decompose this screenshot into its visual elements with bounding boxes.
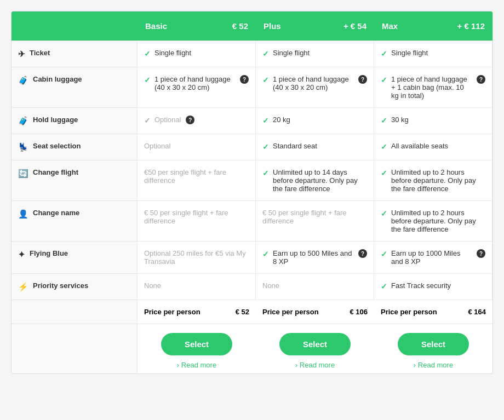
basic-name: Basic: [145, 21, 167, 31]
ticket-label: Ticket: [30, 49, 50, 57]
cabin-plus-info[interactable]: ?: [358, 75, 367, 84]
cabin-luggage-max-value: ✓ 1 piece of hand luggage + 1 cabin bag …: [374, 67, 492, 107]
price-max-amount: € 164: [468, 308, 486, 316]
read-more-max-link[interactable]: Read more: [381, 361, 486, 369]
seat-selection-max-value: ✓ All available seats: [374, 134, 492, 160]
select-max-button[interactable]: Select: [398, 333, 469, 355]
change-flight-plus-check: ✓: [262, 169, 269, 177]
ticket-icon: ✈: [18, 49, 25, 59]
select-plus-button[interactable]: Select: [279, 333, 351, 355]
row-change-flight-label: 🔄 Change flight: [12, 160, 138, 200]
change-flight-label: Change flight: [33, 168, 78, 176]
flying-blue-max-info[interactable]: ?: [477, 249, 485, 258]
hold-luggage-icon: 🧳: [18, 116, 28, 126]
price-max-label: Price per person: [381, 308, 437, 316]
ticket-basic-check: ✓: [144, 49, 151, 58]
change-name-max-text: Unlimited up to 2 hours before departure…: [391, 209, 485, 233]
priority-services-label: Priority services: [33, 281, 88, 290]
change-flight-max-text: Unlimited up to 2 hours before departure…: [391, 168, 485, 193]
ticket-basic-value: ✓ Single flight: [138, 41, 256, 67]
change-name-plus-value: € 50 per single flight + fare difference: [256, 200, 374, 241]
cabin-basic-info[interactable]: ?: [240, 75, 249, 84]
change-name-basic-value: € 50 per single flight + fare difference: [138, 200, 256, 241]
read-more-basic-link[interactable]: Read more: [144, 361, 249, 369]
seat-plus-text: Standard seat: [273, 142, 317, 150]
header-max: Max + € 112: [374, 11, 492, 41]
priority-services-plus-value: None: [256, 273, 374, 300]
change-flight-basic-text: €50 per single flight + fare difference: [144, 168, 226, 185]
seat-selection-icon: 💺: [18, 142, 28, 152]
price-label-col: [12, 300, 138, 324]
price-plus-cell: Price per person € 106: [256, 300, 374, 324]
change-flight-icon: 🔄: [18, 169, 28, 179]
ticket-max-value: ✓ Single flight: [374, 41, 492, 67]
seat-basic-text: Optional: [144, 142, 170, 150]
flying-blue-label: Flying Blue: [30, 249, 68, 257]
flying-blue-plus-check: ✓: [262, 250, 269, 258]
priority-basic-text: None: [144, 281, 161, 290]
change-flight-plus-value: ✓ Unlimited up to 14 days before departu…: [256, 160, 374, 200]
flying-blue-plus-text: Earn up to 500 Miles and 8 XP: [273, 249, 353, 266]
seat-selection-label: Seat selection: [33, 142, 81, 150]
hold-max-text: 30 kg: [391, 116, 409, 124]
hold-basic-check: ✓: [144, 116, 151, 125]
change-name-label: Change name: [33, 209, 79, 217]
cabin-max-check: ✓: [381, 76, 387, 84]
change-flight-max-value: ✓ Unlimited up to 2 hours before departu…: [374, 160, 492, 200]
cabin-luggage-basic-value: ✓ 1 piece of hand luggage (40 x 30 x 20 …: [138, 67, 256, 107]
max-name: Max: [382, 21, 398, 31]
cabin-basic-text: 1 piece of hand luggage (40 x 30 x 20 cm…: [154, 75, 235, 91]
priority-services-icon: ⚡: [18, 282, 28, 292]
change-name-plus-text: € 50 per single flight + fare difference: [262, 209, 347, 225]
hold-basic-text: Optional: [154, 116, 181, 124]
flying-blue-plus-info[interactable]: ?: [358, 249, 367, 258]
price-basic-label: Price per person: [144, 308, 201, 316]
flying-blue-max-check: ✓: [381, 250, 387, 258]
seat-max-check: ✓: [381, 142, 387, 151]
select-max-cell: Select Read more: [374, 324, 492, 373]
select-basic-cell: Select Read more: [138, 324, 256, 373]
table-grid: Basic € 52 Plus + € 54 Max + € 112 ✈ Tic…: [12, 11, 492, 373]
header-label-col: [12, 11, 138, 41]
seat-max-text: All available seats: [391, 142, 448, 150]
change-flight-max-check: ✓: [381, 169, 387, 177]
select-basic-button[interactable]: Select: [161, 333, 232, 355]
ticket-plus-text: Single flight: [273, 49, 310, 57]
ticket-max-text: Single flight: [391, 49, 428, 57]
change-flight-basic-value: €50 per single flight + fare difference: [138, 160, 256, 200]
hold-plus-check: ✓: [262, 116, 269, 125]
cabin-luggage-icon: 🧳: [18, 76, 28, 85]
flying-blue-basic-text: Optional 250 miles for €5 via My Transav…: [144, 249, 246, 266]
hold-luggage-basic-value: ✓ Optional ?: [138, 107, 256, 134]
cabin-max-text: 1 piece of hand luggage + 1 cabin bag (m…: [391, 75, 472, 100]
change-name-basic-text: € 50 per single flight + fare difference: [144, 209, 228, 225]
price-max-cell: Price per person € 164: [374, 300, 492, 324]
priority-max-text: Fast Track security: [391, 281, 451, 290]
row-flying-blue-label: ✦ Flying Blue: [12, 241, 138, 273]
seat-selection-basic-value: Optional: [138, 134, 256, 160]
change-name-icon: 👤: [18, 209, 28, 219]
seat-plus-check: ✓: [262, 142, 269, 151]
hold-luggage-label: Hold luggage: [33, 116, 78, 124]
hold-plus-text: 20 kg: [273, 116, 290, 124]
ticket-basic-text: Single flight: [154, 49, 191, 57]
ticket-plus-check: ✓: [262, 49, 269, 58]
flying-blue-basic-value: Optional 250 miles for €5 via My Transav…: [138, 241, 256, 273]
priority-services-basic-value: None: [138, 273, 256, 300]
flying-blue-icon: ✦: [18, 250, 25, 260]
price-basic-amount: € 52: [236, 308, 249, 316]
hold-luggage-plus-value: ✓ 20 kg: [256, 107, 374, 134]
price-basic-cell: Price per person € 52: [138, 300, 256, 324]
row-priority-services-label: ⚡ Priority services: [12, 273, 138, 300]
price-plus-amount: € 106: [350, 308, 368, 316]
read-more-plus-link[interactable]: Read more: [262, 361, 368, 369]
flying-blue-max-value: ✓ Earn up to 1000 Miles and 8 XP ?: [374, 241, 492, 273]
hold-basic-info[interactable]: ?: [186, 116, 194, 124]
seat-selection-plus-value: ✓ Standard seat: [256, 134, 374, 160]
hold-max-check: ✓: [381, 116, 387, 125]
header-basic: Basic € 52: [138, 11, 256, 41]
cabin-max-info[interactable]: ?: [477, 75, 485, 84]
ticket-max-check: ✓: [381, 49, 387, 58]
priority-plus-text: None: [262, 281, 279, 290]
cabin-plus-text: 1 piece of hand luggage (40 x 30 x 20 cm…: [273, 75, 353, 91]
